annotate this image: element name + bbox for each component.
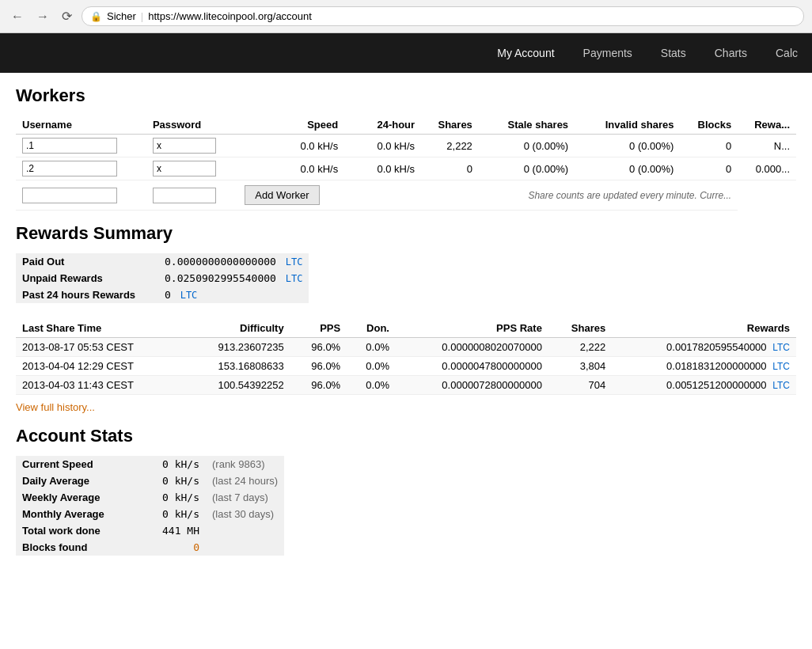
- rewards-row: Paid Out 0.0000000000000000 LTC: [16, 253, 309, 270]
- account-stats: Account Stats Current Speed 0 kH/s (rank…: [16, 426, 796, 556]
- rewards-value-1: 0.0250902995540000: [165, 272, 276, 284]
- rewards-title: Rewards Summary: [16, 223, 796, 244]
- rewards-summary: Rewards Summary Paid Out 0.0000000000000…: [16, 223, 796, 303]
- hist-diff-0: 913.23607235: [184, 338, 290, 357]
- table-row: 0.0 kH/s 0.0 kH/s 0 0 (0.00%) 0 (0.00%) …: [16, 158, 796, 180]
- worker-username-1[interactable]: [22, 138, 117, 154]
- worker-shares-1: 2,222: [421, 135, 479, 158]
- forward-button[interactable]: →: [33, 8, 52, 25]
- hist-col-shares: Shares: [548, 319, 612, 338]
- worker-password-2[interactable]: [153, 161, 216, 176]
- hist-shares-0: 2,222: [548, 338, 612, 357]
- worker-stale-1: 0 (0.00%): [479, 135, 575, 158]
- nav-payments[interactable]: Payments: [569, 34, 647, 72]
- rewards-value-0: 0.0000000000000000: [165, 256, 276, 268]
- col-speed: Speed: [238, 116, 344, 135]
- col-24hour: 24-hour: [344, 116, 421, 135]
- col-stale-shares: Stale shares: [479, 116, 575, 135]
- table-row: 0.0 kH/s 0.0 kH/s 2,222 0 (0.00%) 0 (0.0…: [16, 135, 796, 158]
- hist-pps-2: 96.0%: [290, 376, 347, 395]
- hist-time-1: 2013-04-04 12:29 CEST: [16, 357, 184, 376]
- stats-note-3: (last 30 days): [206, 506, 284, 522]
- share-note: Share counts are updated every minute. C…: [528, 190, 731, 201]
- hist-don-0: 0.0%: [347, 338, 396, 357]
- hist-pps-0: 96.0%: [290, 338, 347, 357]
- view-history-link[interactable]: View full history...: [16, 401, 95, 413]
- worker-username-2[interactable]: [22, 161, 117, 176]
- stats-label-3: Monthly Average: [16, 506, 142, 522]
- hist-rewards-unit-0: LTC: [772, 342, 790, 353]
- workers-table: Username Password Speed 24-hour Shares S…: [16, 116, 796, 211]
- worker-rewards-1: N...: [738, 135, 796, 158]
- nav-charts[interactable]: Charts: [700, 34, 761, 72]
- stats-label-0: Current Speed: [16, 456, 142, 473]
- worker-stale-2: 0 (0.00%): [479, 158, 575, 180]
- hist-col-rewards: Rewards: [612, 319, 796, 338]
- table-row: 2013-08-17 05:53 CEST 913.23607235 96.0%…: [16, 338, 796, 357]
- hist-rewards-unit-1: LTC: [772, 361, 790, 372]
- col-rewards: Rewa...: [738, 116, 796, 135]
- stats-label-4: Total work done: [16, 522, 142, 539]
- new-username-input[interactable]: [22, 188, 117, 203]
- col-password: Password: [146, 116, 238, 135]
- worker-invalid-2: 0 (0.00%): [575, 158, 680, 180]
- worker-24h-1: 0.0 kH/s: [344, 135, 421, 158]
- worker-blocks-1: 0: [680, 135, 738, 158]
- worker-rewards-2: 0.000...: [738, 158, 796, 180]
- worker-invalid-1: 0 (0.00%): [575, 135, 680, 158]
- col-blocks: Blocks: [680, 116, 738, 135]
- hist-ppsrate-2: 0.0000072800000000: [396, 376, 548, 395]
- add-worker-row: Add Worker Share counts are updated ever…: [16, 180, 796, 211]
- stats-value-4: 441 MH: [142, 522, 206, 539]
- history-table: Last Share Time Difficulty PPS Don. PPS …: [16, 319, 796, 395]
- nav-calc[interactable]: Calc: [761, 34, 812, 72]
- rewards-row: Unpaid Rewards 0.0250902995540000 LTC: [16, 270, 309, 287]
- stats-row: Weekly Average 0 kH/s (last 7 days): [16, 489, 284, 506]
- url-protocol: Sicher: [107, 10, 136, 22]
- hist-shares-1: 3,804: [548, 357, 612, 376]
- lock-icon: 🔒: [90, 11, 102, 22]
- main-content: Workers Username Password Speed 24-hour …: [0, 73, 812, 568]
- hist-col-don: Don.: [347, 319, 396, 338]
- hist-col-difficulty: Difficulty: [184, 319, 290, 338]
- worker-blocks-2: 0: [680, 158, 738, 180]
- stats-note-5: [206, 539, 284, 556]
- hist-col-pps: PPS: [290, 319, 347, 338]
- reload-button[interactable]: ⟳: [59, 7, 75, 25]
- hist-diff-2: 100.54392252: [184, 376, 290, 395]
- nav-stats[interactable]: Stats: [647, 34, 700, 72]
- table-row: 2013-04-03 11:43 CEST 100.54392252 96.0%…: [16, 376, 796, 395]
- add-worker-button[interactable]: Add Worker: [245, 185, 319, 205]
- rewards-unit-1: LTC: [286, 273, 303, 284]
- hist-rewards-1: 0.0181831200000000: [666, 360, 767, 372]
- stats-value-3: 0 kH/s: [142, 506, 206, 522]
- rewards-row: Past 24 hours Rewards 0 LTC: [16, 287, 309, 303]
- rewards-label-2: Past 24 hours Rewards: [16, 287, 158, 303]
- address-bar: 🔒 Sicher | https://www.litecoinpool.org/…: [82, 6, 804, 26]
- nav-bar: My Account Payments Stats Charts Calc: [0, 33, 812, 73]
- hist-don-1: 0.0%: [347, 357, 396, 376]
- stats-value-1: 0 kH/s: [142, 473, 206, 489]
- workers-title: Workers: [16, 85, 796, 106]
- rewards-value-2: 0: [165, 289, 171, 301]
- table-row: 2013-04-04 12:29 CEST 153.16808633 96.0%…: [16, 357, 796, 376]
- worker-password-1[interactable]: [153, 138, 216, 154]
- stats-row: Total work done 441 MH: [16, 522, 284, 539]
- hist-rewards-0: 0.0017820595540000: [666, 341, 767, 353]
- stats-row: Monthly Average 0 kH/s (last 30 days): [16, 506, 284, 522]
- account-stats-title: Account Stats: [16, 426, 796, 446]
- worker-shares-2: 0: [421, 158, 479, 180]
- hist-don-2: 0.0%: [347, 376, 396, 395]
- rewards-unit-2: LTC: [180, 290, 198, 301]
- hist-shares-2: 704: [548, 376, 612, 395]
- rewards-unit-0: LTC: [286, 256, 303, 268]
- stats-note-0: (rank 9863): [206, 456, 284, 473]
- stats-value-2: 0 kH/s: [142, 489, 206, 506]
- new-password-input[interactable]: [153, 188, 216, 203]
- hist-time-0: 2013-08-17 05:53 CEST: [16, 338, 184, 357]
- stats-value-blocks-found: 0: [142, 539, 206, 556]
- back-button[interactable]: ←: [8, 8, 27, 25]
- url-text: https://www.litecoinpool.org/account: [148, 10, 312, 22]
- nav-my-account[interactable]: My Account: [483, 34, 568, 72]
- stats-label-2: Weekly Average: [16, 489, 142, 506]
